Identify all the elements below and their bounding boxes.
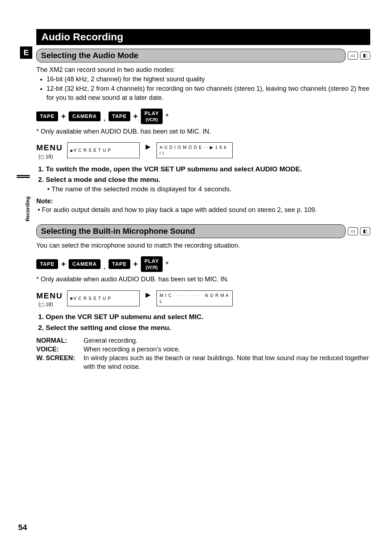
- mode-buttons-row: TAPE + CAMERA , TAPE + PLAY(VCR) *: [36, 109, 370, 124]
- cassette-icon: ▭: [348, 52, 358, 60]
- separator-comma: ,: [103, 113, 106, 124]
- menu-page-ref: (▢ 18): [38, 153, 63, 160]
- book-icon: ▢: [40, 154, 44, 159]
- book-icon: ▢: [40, 302, 44, 307]
- menu-label: MENU: [36, 290, 63, 301]
- asterisk-mark: *: [166, 111, 169, 122]
- plus-icon: +: [133, 111, 138, 122]
- arrow-divider-icon: ▶: [144, 142, 152, 151]
- play-vcr-button: PLAY(VCR): [141, 109, 163, 124]
- table-row: W. SCREEN: In windy places such as the b…: [36, 354, 370, 371]
- section2-intro: You can select the microphone sound to m…: [36, 241, 370, 250]
- menu-label-block: MENU (▢ 18): [36, 290, 63, 308]
- triangle-icon: ▶: [70, 296, 74, 301]
- setting-term: W. SCREEN:: [36, 354, 83, 371]
- tape-button: TAPE: [36, 259, 58, 269]
- step: Select the setting and close the menu.: [46, 323, 370, 333]
- side-tab-label: Recording: [25, 196, 30, 221]
- bullet: 16-bit (48 kHz, 2 channel) for the highe…: [46, 75, 370, 83]
- tape-button: TAPE: [109, 111, 130, 121]
- setting-def: General recording.: [83, 336, 370, 345]
- play-vcr-button: PLAY(VCR): [141, 256, 163, 272]
- setting-term: NORMAL:: [36, 336, 83, 345]
- separator-comma: ,: [103, 261, 106, 272]
- section-heading-microphone: Selecting the Built-in Microphone Sound: [36, 224, 346, 238]
- plus-icon: +: [61, 259, 66, 270]
- setting-def: When recording a person's voice.: [83, 345, 370, 354]
- menu-label: MENU: [36, 142, 63, 153]
- bullet: 12-bit (32 kHz, 2 from 4 channels) for r…: [46, 84, 370, 102]
- osd-box-vcr-setup: ▶V C R S E T U P: [67, 142, 140, 158]
- triangle-icon: ▶: [70, 148, 74, 153]
- asterisk-mark: *: [166, 259, 169, 270]
- footnote: * Only available when AUDIO DUB. has bee…: [36, 127, 370, 136]
- edge-marker: [17, 175, 30, 178]
- mode-buttons-row: TAPE + CAMERA , TAPE + PLAY(VCR) *: [36, 256, 370, 272]
- section-heading-audio-mode: Selecting the Audio Mode: [36, 49, 346, 62]
- osd-box-mic: M I C · · · · · · · · · · N O R M A L: [156, 290, 233, 306]
- table-row: NORMAL: General recording.: [36, 336, 370, 345]
- step: To switch the mode, open the VCR SET UP …: [46, 164, 370, 174]
- card-icon: ◧: [360, 227, 370, 235]
- note-body: • For audio output details and how to pl…: [36, 205, 370, 214]
- page-number: 54: [18, 523, 27, 532]
- plus-icon: +: [61, 111, 66, 122]
- plus-icon: +: [133, 259, 138, 270]
- setting-def: In windy places such as the beach or nea…: [83, 354, 370, 371]
- camera-button: CAMERA: [69, 111, 100, 121]
- footnote: * Only available when audio AUDIO DUB. h…: [36, 275, 370, 284]
- language-badge: E: [20, 46, 32, 59]
- mic-settings-table: NORMAL: General recording. VOICE: When r…: [36, 336, 370, 371]
- section1-intro: The XM2 can record sound in two audio mo…: [36, 65, 370, 74]
- card-icon: ◧: [360, 52, 370, 60]
- cassette-icon: ▭: [348, 227, 358, 235]
- note-heading: Note:: [36, 197, 370, 205]
- arrow-divider-icon: ▶: [144, 290, 152, 299]
- tape-button: TAPE: [109, 259, 130, 269]
- setting-term: VOICE:: [36, 345, 83, 354]
- osd-box-vcr-setup: ▶V C R S E T U P: [67, 290, 140, 306]
- step: Select a mode and close the menu. • The …: [46, 175, 370, 194]
- camera-button: CAMERA: [69, 259, 100, 269]
- tape-button: TAPE: [36, 111, 58, 121]
- step-detail: The name of the selected mode is display…: [52, 185, 232, 193]
- page-title: Audio Recording: [36, 29, 370, 45]
- menu-label-block: MENU (▢ 18): [36, 142, 63, 160]
- menu-page-ref: (▢ 18): [38, 301, 63, 308]
- table-row: VOICE: When recording a person's voice.: [36, 345, 370, 354]
- osd-box-audio-mode: A U D I O M O D E · · ▶ 1 6 b i t: [156, 142, 233, 158]
- step: Open the VCR SET UP submenu and select M…: [46, 312, 370, 322]
